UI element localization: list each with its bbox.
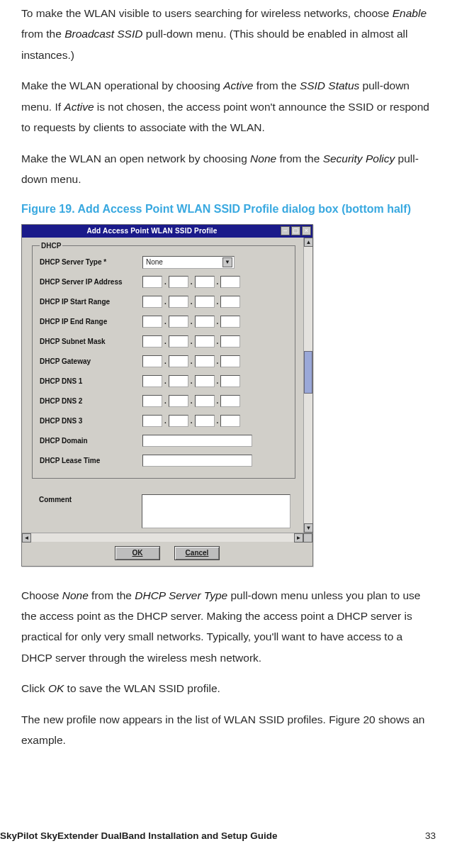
ip-octet[interactable] [169, 316, 188, 328]
dot-icon: . [216, 298, 220, 306]
ip-octet[interactable] [195, 316, 215, 328]
label-dhcp-server-ip: DHCP Server IP Address [40, 278, 142, 286]
figure-caption: Figure 19. Add Access Point WLAN SSID Pr… [21, 203, 436, 216]
paragraph-broadcast-ssid: To make the WLAN visible to users search… [21, 3, 436, 65]
label-dhcp-domain: DHCP Domain [40, 437, 142, 445]
ip-octet[interactable] [142, 355, 162, 367]
text: from the [253, 79, 299, 91]
paragraph-ssid-status: Make the WLAN operational by choosing Ac… [21, 75, 436, 138]
text: Click [21, 682, 48, 694]
ip-octet[interactable] [220, 415, 240, 427]
dot-icon: . [164, 377, 167, 385]
ip-octet[interactable] [142, 415, 162, 427]
select-dhcp-server-type[interactable]: None ▼ [142, 256, 235, 269]
ip-dhcp-dns1: . . . [142, 375, 240, 387]
label-dhcp-dns2: DHCP DNS 2 [40, 397, 142, 405]
ip-octet[interactable] [195, 335, 215, 347]
textarea-comment[interactable] [142, 494, 290, 528]
emph-ssid-status: SSID Status [300, 79, 359, 91]
scroll-right-icon[interactable]: ► [294, 533, 303, 542]
scroll-up-icon[interactable]: ▲ [304, 238, 313, 247]
close-icon[interactable]: × [302, 226, 311, 235]
ip-dhcp-subnet: . . . [142, 335, 240, 347]
ip-octet[interactable] [220, 375, 240, 387]
ip-octet[interactable] [220, 296, 240, 308]
dot-icon: . [216, 417, 220, 425]
cancel-button[interactable]: Cancel [174, 546, 220, 560]
ip-octet[interactable] [142, 276, 162, 288]
ip-octet[interactable] [195, 415, 215, 427]
paragraph-click-ok: Click OK to save the WLAN SSID profile. [21, 678, 436, 699]
ip-octet[interactable] [195, 355, 215, 367]
ip-octet[interactable] [220, 316, 240, 328]
ip-octet[interactable] [169, 335, 188, 347]
scroll-down-icon[interactable]: ▼ [304, 523, 313, 533]
emph-dhcp-server-type: DHCP Server Type [135, 589, 227, 601]
ip-octet[interactable] [169, 296, 188, 308]
ip-octet[interactable] [142, 375, 162, 387]
dot-icon: . [190, 417, 193, 425]
dot-icon: . [190, 278, 193, 286]
label-dhcp-server-type: DHCP Server Type * [40, 258, 142, 266]
vertical-scrollbar[interactable]: ▲ ▼ [303, 238, 312, 533]
ip-octet[interactable] [220, 335, 240, 347]
dropdown-arrow-icon[interactable]: ▼ [222, 257, 232, 267]
dot-icon: . [216, 397, 220, 405]
emph-ok: OK [48, 682, 64, 694]
label-dhcp-subnet: DHCP Subnet Mask [40, 338, 142, 345]
ip-octet[interactable] [169, 415, 188, 427]
paragraph-new-profile: The new profile now appears in the list … [21, 709, 436, 751]
ip-dhcp-dns2: . . . [142, 395, 240, 407]
horizontal-scrollbar[interactable]: ◄ ► [22, 533, 312, 542]
dialog-titlebar: Add Access Point WLAN SSID Profile – ▢ × [22, 225, 312, 238]
emph-active: Active [223, 79, 253, 91]
scroll-left-icon[interactable]: ◄ [22, 533, 31, 542]
ip-octet[interactable] [220, 355, 240, 367]
emph-none: None [250, 152, 276, 165]
select-value: None [146, 258, 163, 266]
ok-button[interactable]: OK [115, 546, 160, 560]
ip-octet[interactable] [142, 296, 162, 308]
text: Make the WLAN an open network by choosin… [21, 152, 250, 165]
ip-octet[interactable] [195, 276, 215, 288]
text: Choose [21, 589, 62, 601]
minimize-icon[interactable]: – [281, 226, 290, 235]
ip-dhcp-end-range: . . . [142, 316, 240, 328]
label-dhcp-gateway: DHCP Gateway [40, 357, 142, 365]
dialog-title-text: Add Access Point WLAN SSID Profile [23, 227, 281, 235]
maximize-icon[interactable]: ▢ [291, 226, 300, 235]
ip-dhcp-gateway: . . . [142, 355, 240, 367]
emph-security-policy: Security Policy [323, 152, 395, 165]
page-number: 33 [425, 830, 436, 841]
scroll-thumb[interactable] [304, 351, 312, 394]
ip-octet[interactable] [220, 276, 240, 288]
input-dhcp-domain[interactable] [142, 435, 252, 447]
dot-icon: . [216, 357, 220, 365]
ip-octet[interactable] [142, 316, 162, 328]
emph-none: None [62, 589, 89, 601]
dot-icon: . [190, 357, 193, 365]
text: To make the WLAN visible to users search… [21, 7, 393, 19]
text: from the [21, 28, 64, 40]
ip-octet[interactable] [220, 395, 240, 407]
ip-octet[interactable] [195, 395, 215, 407]
ip-octet[interactable] [169, 375, 188, 387]
ip-octet[interactable] [169, 355, 188, 367]
ip-dhcp-start-range: . . . [142, 296, 240, 308]
label-dhcp-dns3: DHCP DNS 3 [40, 417, 142, 425]
ip-octet[interactable] [195, 296, 215, 308]
ip-octet[interactable] [142, 395, 162, 407]
ip-octet[interactable] [169, 276, 188, 288]
paragraph-dhcp-server-type: Choose None from the DHCP Server Type pu… [21, 585, 436, 669]
ip-octet[interactable] [142, 335, 162, 347]
label-dhcp-start-range: DHCP IP Start Range [40, 298, 142, 306]
dot-icon: . [164, 357, 167, 365]
dot-icon: . [164, 397, 167, 405]
dot-icon: . [216, 278, 220, 286]
ip-dhcp-dns3: . . . [142, 415, 240, 427]
dot-icon: . [190, 397, 193, 405]
input-dhcp-lease[interactable] [142, 455, 252, 467]
ip-octet[interactable] [195, 375, 215, 387]
ip-octet[interactable] [169, 395, 188, 407]
dot-icon: . [164, 338, 167, 345]
